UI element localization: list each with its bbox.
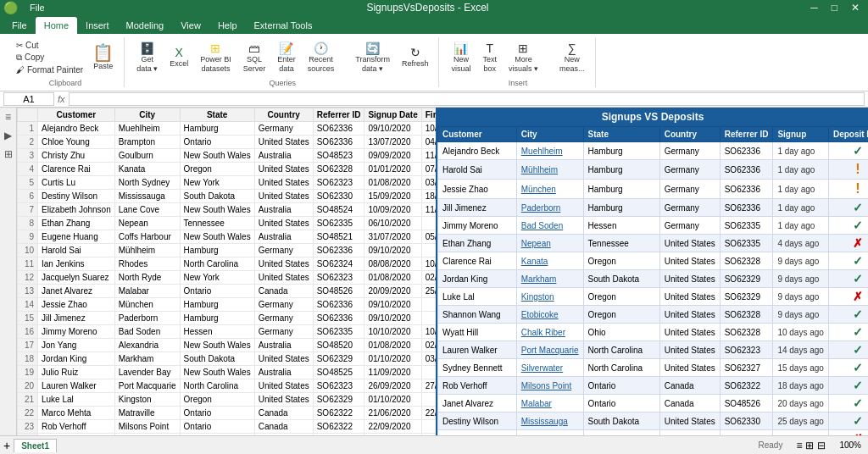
cell[interactable]: SO62322 [313,407,364,420]
cell[interactable]: Jill Jimenez [38,312,115,325]
cell[interactable]: Chloe Young [38,136,115,149]
cell[interactable] [421,244,436,257]
city-cell[interactable]: Mühlheim [516,160,583,180]
table-row[interactable]: 1Alejandro BeckMuehlheimHamburgGermanySO… [18,122,437,136]
cell[interactable]: Canada [254,285,313,298]
cell[interactable]: 09/10/2020 [364,298,421,312]
cell[interactable] [421,298,436,312]
cell[interactable]: Christy Zhu [38,149,115,163]
table-row[interactable]: 13Janet AlvarezMalabarOntarioCanadaSO485… [18,285,437,298]
cell[interactable]: 10/10/2020 [364,325,421,339]
cell[interactable]: SO48521 [313,230,364,244]
cell[interactable]: 01/10/2020 [364,393,421,407]
cell[interactable]: Oregon [180,163,254,176]
cell[interactable]: Jordan King [38,352,115,366]
cell[interactable]: Kingston [114,393,180,407]
cell[interactable]: Lane Cove [114,203,180,217]
city-cell[interactable]: Mississauga [516,412,583,430]
cell[interactable]: 11/09/2020 [364,366,421,379]
cell[interactable]: New York [180,271,254,285]
cell[interactable]: New South Wales [180,366,254,379]
cell[interactable]: New South Wales [180,339,254,352]
city-cell[interactable]: Etobicoke [516,306,583,324]
maximize-button[interactable]: □ [826,1,843,14]
table-row[interactable]: 5Curtis LuNorth SydneyNew YorkUnited Sta… [18,176,437,190]
cell[interactable]: Eugene Huang [38,230,115,244]
cell[interactable]: United States [254,393,313,407]
cell[interactable]: Mühlheim [114,244,180,257]
table-row[interactable]: 4Clarence RaiKanataOregonUnited StatesSO… [18,163,437,176]
cell[interactable]: SO62323 [313,271,364,285]
cell[interactable]: Germany [254,325,313,339]
cell[interactable]: Bad Soden [114,325,180,339]
cell[interactable]: South Dakota [180,352,254,366]
cell[interactable]: 13/07/2020 [364,136,421,149]
cell[interactable]: 15/09/2020 [364,190,421,203]
cell[interactable]: 22/06/2020 [421,407,436,420]
cell[interactable]: 06/10/2020 [364,217,421,230]
cell[interactable]: Canada [254,407,313,420]
page-view-button[interactable]: ⊟ [817,440,826,451]
cell[interactable]: North Carolina [180,379,254,393]
cell[interactable]: North Sydney [114,176,180,190]
cell[interactable]: München [114,298,180,312]
cell[interactable]: SO62336 [313,122,364,136]
table-row[interactable]: 12Jacquelyn SuarezNorth RydeNew YorkUnit… [18,271,437,285]
cell[interactable]: Jessie Zhao [38,298,115,312]
list-item[interactable]: Alejandro BeckMuehlheimHamburgGermanySO6… [438,142,869,160]
powerbi-button[interactable]: ⊞ Power BI datasets [197,41,235,75]
cell[interactable]: Tennessee [180,217,254,230]
cell[interactable]: 01/08/2020 [364,271,421,285]
cell[interactable]: Australia [254,366,313,379]
cell[interactable]: SO62336 [313,136,364,149]
cell[interactable]: Coffs Harbour [114,230,180,244]
col-customer[interactable]: Customer [38,108,115,122]
cell[interactable]: 01/01/2020 [364,163,421,176]
cell[interactable]: Destiny Wilson [38,190,115,203]
cell[interactable]: SO62330 [313,190,364,203]
cell[interactable]: 26/09/2020 [364,379,421,393]
sheet-tab-1[interactable]: Sheet1 [14,439,57,452]
tab-help[interactable]: Help [209,17,246,34]
cell[interactable]: Jon Yang [38,339,115,352]
cell[interactable]: Jacquelyn Suarez [38,271,115,285]
cell[interactable]: Lauren Walker [38,379,115,393]
name-box[interactable] [3,92,54,106]
list-item[interactable]: Destiny WilsonMississaugaSouth DakotaUni… [438,412,869,430]
cell[interactable]: 10/10/2020 [421,122,436,136]
col-city[interactable]: City [114,108,180,122]
cell[interactable]: North Carolina [180,257,254,271]
format-painter-button[interactable]: 🖌 Format Painter [14,64,86,75]
cell[interactable]: Ian Jenkins [38,257,115,271]
cell[interactable]: Luke Lal [38,393,115,407]
cell[interactable]: SO62324 [313,257,364,271]
city-cell[interactable]: Markham [516,270,583,288]
cell[interactable] [421,420,436,434]
tab-file[interactable]: File [3,17,36,34]
cell[interactable]: Lavender Bay [114,366,180,379]
table-row[interactable]: 11Ian JenkinsRhodesNorth CarolinaUnited … [18,257,437,271]
list-item[interactable]: Shannon WangEtobicokeOregonUnited States… [438,306,869,324]
col-state[interactable]: State [180,108,254,122]
cell[interactable]: Ethan Zhang [38,217,115,230]
get-data-button[interactable]: 🗄️ Get data ▾ [133,41,161,75]
cell[interactable]: New South Wales [180,149,254,163]
table-row[interactable]: 23Rob VerhoffMilsons PointOntarioCanadaS… [18,420,437,434]
table-row[interactable]: 2Chloe YoungBramptonOntarioUnited States… [18,136,437,149]
cell[interactable]: Alexandria [114,339,180,352]
cell[interactable]: 01/08/2020 [364,176,421,190]
cell[interactable]: SO62323 [313,379,364,393]
cell[interactable]: Clarence Rai [38,163,115,176]
cell[interactable]: 10/08/2020 [421,257,436,271]
col-country[interactable]: Country [254,108,313,122]
cell[interactable]: SO48525 [313,366,364,379]
tab-modeling[interactable]: Modeling [118,17,173,34]
cell[interactable]: South Dakota [180,190,254,203]
table-row[interactable]: 18Jordan KingMarkhamSouth DakotaUnited S… [18,352,437,366]
table-row[interactable]: 14Jessie ZhaoMünchenHamburgGermanySO6233… [18,298,437,312]
cell[interactable]: Hamburg [180,312,254,325]
normal-view-button[interactable]: ≡ [796,440,802,451]
cell[interactable]: SO62336 [313,244,364,257]
cell[interactable]: 10/09/2020 [364,203,421,217]
cell[interactable]: Oregon [180,393,254,407]
